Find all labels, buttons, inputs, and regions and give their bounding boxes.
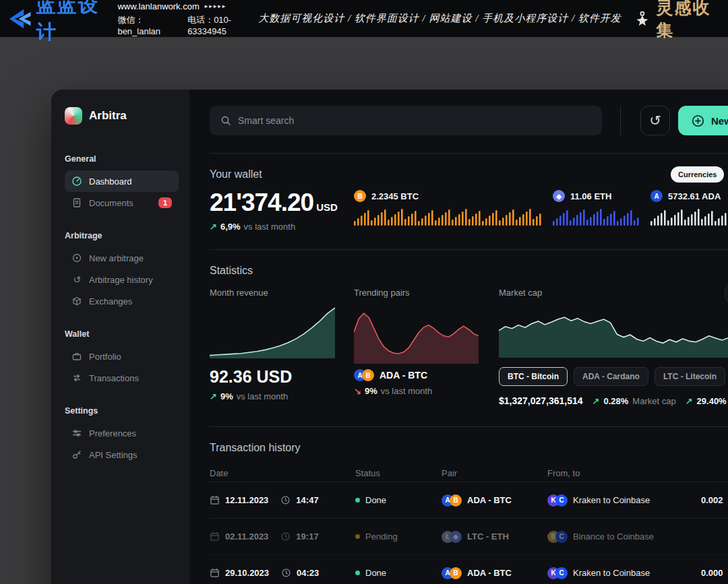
calendar-icon — [210, 531, 220, 542]
table-row[interactable]: 02.11.2023 19:17 Pending Ł◆LTC - ETH BCB… — [210, 519, 728, 555]
status-badge: Done — [365, 495, 386, 505]
tx-pair: ADA - BTC — [467, 568, 512, 578]
sidebar-item-transactions[interactable]: Transactions — [65, 367, 179, 389]
transactions-header-row: Date Status Pair From, to — [210, 465, 728, 482]
month-revenue-chart — [210, 304, 335, 358]
market-cap-label: Market cap — [499, 288, 542, 298]
sidebar-item-exchanges[interactable]: Exchanges — [65, 290, 179, 312]
key-icon — [71, 449, 82, 460]
topbar: ↺ New a — [210, 106, 728, 135]
wallet-section: Your wallet Currencies E 21'374.20USD ↗ … — [210, 168, 728, 232]
wallet-total-value: 21'374.20 — [210, 189, 313, 216]
status-dot — [355, 498, 360, 502]
btc-coin-icon: B — [450, 494, 462, 507]
documents-badge: 1 — [158, 197, 172, 208]
btc-bars-sparkline — [354, 208, 553, 226]
new-arbitrage-button[interactable]: New a — [678, 106, 728, 135]
calendar-icon — [210, 568, 220, 578]
gauge-icon — [71, 176, 82, 187]
wallet-body: 21'374.20USD ↗ 6,9% vs last month B 2.23… — [210, 189, 728, 232]
banner-collect-label: 灵感收集 — [657, 0, 719, 41]
month-revenue-card: Month revenue 92.36 USD ↗ 9% vs last mon… — [210, 288, 335, 406]
search-input[interactable] — [238, 115, 591, 126]
col-date: Date — [210, 468, 355, 478]
sidebar-item-documents[interactable]: Documents 1 — [65, 192, 179, 214]
sidebar-item-arbitrage-history[interactable]: ↺ Arbitrage history — [65, 269, 179, 290]
sidebar-item-preferences[interactable]: Preferences — [65, 422, 179, 444]
document-icon — [71, 197, 82, 208]
sidebar-item-label: Portfolio — [89, 352, 121, 362]
banner-services: 大数据可视化设计 / 软件界面设计 / 网站建设 / 手机及小程序设计 / 软件… — [258, 12, 621, 25]
col-pair: Pair — [442, 468, 547, 478]
wallet-coin-eth: ◆ 11.06 ETH — [553, 190, 650, 232]
month-revenue-change: ↗ 9% vs last month — [210, 391, 335, 401]
col-from-to: From, to — [547, 468, 701, 478]
tx-amount: 0.000 — [701, 568, 728, 578]
status-dot — [355, 534, 360, 539]
tx-from-to: Binance to Coinbase — [573, 531, 654, 542]
sidebar-section-label: General — [65, 154, 179, 164]
arrow-up-icon: ↗ — [686, 396, 693, 406]
tx-time: 04:23 — [297, 568, 319, 578]
toggle-currencies[interactable]: Currencies — [671, 166, 724, 183]
status-dot — [355, 571, 360, 575]
market-cap-chart — [499, 304, 728, 358]
search-icon — [220, 115, 231, 126]
month-revenue-change-suffix: vs last month — [237, 391, 289, 401]
banner-url[interactable]: www.lanlanwork.com — [117, 1, 199, 11]
arbitra-logo-icon — [65, 107, 82, 125]
transaction-history-title: Transaction history — [210, 442, 728, 454]
trending-pairs-card: Trending pairs A B ADA - BTC ↘ 9% vs las… — [354, 288, 479, 406]
ada-coin-icon: A — [650, 190, 663, 202]
btc-amount: 2.2345 BTC — [371, 191, 419, 201]
eth-coin-icon: ◆ — [553, 190, 565, 202]
status-badge: Pending — [365, 531, 398, 542]
market-cap-change-label: Market cap — [632, 396, 675, 406]
history-button[interactable]: ↺ — [640, 106, 670, 135]
banner-collect-link[interactable]: 灵感收集 — [634, 0, 719, 41]
sidebar-item-label: Exchanges — [89, 296, 132, 306]
main-content: ↺ New a Your wallet Currencies E 21'374.… — [189, 90, 728, 584]
coinbase-icon: C — [555, 567, 568, 579]
wallet-change-value: 6,9% — [220, 222, 241, 232]
clock-icon — [280, 495, 291, 505]
eth-bars-sparkline — [553, 208, 650, 226]
table-row[interactable]: 12.11.2023 14:47 Done ABADA - BTC KCKrak… — [210, 482, 728, 519]
new-arbitrage-label: New a — [711, 115, 728, 127]
tx-from-to: Kraken to Coinbase — [573, 495, 650, 505]
coinbase-icon: C — [555, 494, 568, 507]
sidebar-section-arbitrage: Arbitrage New arbitrage ↺ Arbitrage hist… — [65, 231, 179, 312]
banner-brand-name: 蓝蓝设计 — [36, 0, 109, 46]
sidebar-item-api-settings[interactable]: API Settings — [65, 444, 179, 465]
table-row[interactable]: 29.10.2023 04:23 Done ABADA - BTC KCKrak… — [210, 555, 728, 584]
plus-circle-icon — [692, 115, 704, 127]
calendar-icon — [210, 495, 220, 505]
history-restore-icon: ↺ — [649, 112, 661, 129]
arrow-up-icon: ↗ — [210, 391, 217, 401]
tab-ltc-litecoin[interactable]: LTC - Litecoin — [655, 367, 725, 386]
topbar-divider — [620, 106, 621, 135]
sidebar-item-portfolio[interactable]: Portfolio — [65, 346, 179, 367]
sidebar-item-new-arbitrage[interactable]: New arbitrage — [65, 247, 179, 269]
tx-time: 19:17 — [296, 531, 318, 542]
wallet-change: ↗ 6,9% vs last month — [210, 222, 354, 232]
tab-btc-bitcoin[interactable]: BTC - Bitcoin — [499, 367, 568, 386]
wallet-total: 21'374.20USD — [210, 189, 354, 217]
sidebar-item-label: New arbitrage — [89, 253, 144, 263]
eth-amount: 11.06 ETH — [570, 191, 611, 201]
sidebar-item-dashboard[interactable]: Dashboard — [65, 170, 179, 192]
ada-amount: 5732.61 ADA — [668, 191, 721, 201]
sidebar-item-label: Preferences — [89, 428, 136, 439]
app-logo[interactable]: Arbitra — [65, 107, 179, 125]
banner-phone: 电话：010-63334945 — [187, 14, 258, 36]
month-revenue-value: 92.36 USD — [210, 367, 335, 387]
search-bar[interactable] — [210, 106, 602, 135]
transaction-history-section: Transaction history Date Status Pair Fro… — [210, 442, 728, 584]
tab-ada-cardano[interactable]: ADA - Cardano — [574, 367, 648, 386]
tx-pair: ADA - BTC — [467, 495, 512, 505]
status-badge: Done — [365, 568, 386, 578]
inspiration-star-icon — [634, 9, 651, 29]
col-status: Status — [355, 468, 442, 478]
arrow-down-icon: ↘ — [354, 386, 361, 396]
month-revenue-label: Month revenue — [210, 288, 335, 298]
